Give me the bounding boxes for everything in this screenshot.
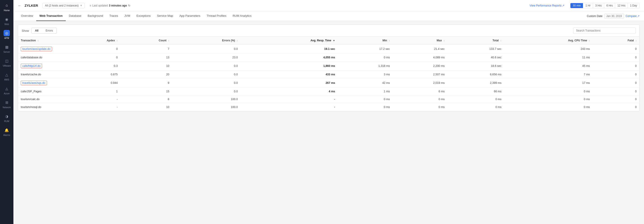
- sidebar-item-home[interactable]: ⌂ Home: [0, 0, 14, 14]
- tab-traces[interactable]: Traces: [106, 11, 121, 21]
- cell-max: 6 ms: [392, 88, 447, 96]
- custom-date-area: Custom Date Jan 30, 2019 Compare ↗: [587, 14, 640, 18]
- col-fatal[interactable]: Fatal ↕: [592, 37, 639, 44]
- table-header-row: Transaction ↕ Apdex ↕ Count ↕ Errors (: [18, 37, 639, 44]
- sidebar-item-label: Alarms: [3, 134, 10, 136]
- rum-icon: ◑: [5, 114, 8, 118]
- table-row: tourism/calc.do-8100.0-0 ms0 ms0 ms0 ms0: [18, 96, 639, 103]
- search-input[interactable]: [573, 28, 636, 34]
- sidebar-item-label: Network: [3, 106, 11, 109]
- compare-link[interactable]: Compare ↗: [626, 14, 640, 18]
- view-performance-reports-link[interactable]: View Performance Reports ↗: [530, 4, 564, 7]
- sidebar-item-aws[interactable]: △ AWS: [0, 69, 14, 83]
- col-transaction[interactable]: Transaction ↕: [18, 37, 67, 44]
- cell-avg_resp: 1,860 ms: [240, 62, 338, 71]
- sidebar-item-vmware[interactable]: ◫ VMware: [0, 56, 14, 69]
- col-min[interactable]: Min ↕: [338, 37, 392, 44]
- cell-avg_resp: 433 ms: [240, 71, 338, 78]
- instance-selector[interactable]: All (2 hosts and 2 instances) ▼: [42, 3, 85, 8]
- cell-errors: 0.0: [172, 71, 240, 78]
- tab-database[interactable]: Database: [66, 11, 84, 21]
- sidebar-item-azure[interactable]: ◬ Azure: [0, 83, 14, 97]
- transaction-name-cell[interactable]: cafe/JSP_Pages: [18, 88, 67, 96]
- transaction-name-cell[interactable]: tourism/calc.do: [18, 96, 67, 103]
- cell-errors: 0.0: [172, 62, 240, 71]
- web-icon: ◉: [5, 17, 8, 22]
- cell-max: 0 ms: [392, 103, 447, 111]
- col-count[interactable]: Count ↕: [120, 37, 172, 44]
- date-value[interactable]: Jan 30, 2019: [604, 14, 624, 18]
- cell-min: 0 ms: [338, 96, 392, 103]
- network-icon: ⊞: [5, 100, 8, 104]
- transaction-name-cell[interactable]: tourism/nosql.do: [18, 103, 67, 111]
- table-row: cafe/JSP_Pages1150.04 ms1 ms6 ms66 ms0 m…: [18, 88, 639, 96]
- sidebar-item-apm[interactable]: ◎ APM: [0, 28, 14, 42]
- last-updated: ≡ Last updated 3 minutes ago ↻: [90, 4, 130, 7]
- cell-apdex: 0: [67, 44, 120, 54]
- cell-min: 0 ms: [338, 103, 392, 111]
- server-icon: ▦: [5, 45, 8, 49]
- sidebar-item-alarms[interactable]: 🔔 Alarms: [0, 125, 14, 138]
- show-btn-group: All Errors: [31, 28, 57, 34]
- sidebar-item-label: RUM: [4, 120, 10, 122]
- tab-background[interactable]: Background: [84, 11, 106, 21]
- cell-apdex: 1: [67, 88, 120, 96]
- sidebar-item-network[interactable]: ⊞ Network: [0, 97, 14, 111]
- transaction-name-cell[interactable]: travels/aws/sqs.do: [18, 78, 67, 88]
- cell-avg_cpu: 0 ms: [504, 88, 592, 96]
- time-btn-12hrs[interactable]: 12 Hrs: [615, 3, 628, 8]
- cell-min: 42 ms: [338, 78, 392, 88]
- cell-min: 3 ms: [338, 71, 392, 78]
- sidebar-item-label: Home: [4, 9, 10, 12]
- sidebar-item-web[interactable]: ◉ Web: [0, 14, 14, 28]
- cell-max: 2,019 ms: [392, 78, 447, 88]
- time-btn-1hr[interactable]: 1 Hr: [583, 3, 593, 8]
- transaction-name-cell[interactable]: cafe/httpUrl.do: [18, 62, 67, 71]
- tab-jvm[interactable]: JVM: [121, 11, 133, 21]
- tab-rum-analytics[interactable]: RUM Analytics: [230, 11, 255, 21]
- transaction-name-cell[interactable]: tourism/aws/update.do: [18, 44, 67, 54]
- time-btn-3hrs[interactable]: 3 Hrs: [593, 3, 604, 8]
- tab-service-map[interactable]: Service Map: [154, 11, 176, 21]
- tab-web-transaction[interactable]: Web Transaction: [36, 11, 66, 21]
- cell-errors: 0.0: [172, 78, 240, 88]
- cell-avg_resp: -: [240, 103, 338, 111]
- cell-fatal: 0: [592, 88, 639, 96]
- transaction-name-cell[interactable]: cafe/database.do: [18, 54, 67, 62]
- cell-count: 7: [120, 44, 172, 54]
- sidebar-item-rum[interactable]: ◑ RUM: [0, 111, 14, 125]
- cell-max: 2,507 ms: [392, 71, 447, 78]
- cell-count: 13: [120, 54, 172, 62]
- tab-overview[interactable]: Overview: [18, 11, 36, 21]
- aws-icon: △: [5, 73, 8, 77]
- col-total[interactable]: Total ↕: [447, 37, 504, 44]
- back-button[interactable]: ←: [18, 4, 22, 8]
- show-bar: Show All Errors: [18, 25, 639, 37]
- transaction-name-cell[interactable]: travels/cache.do: [18, 71, 67, 78]
- transactions-panel: Show All Errors Transaction ↕: [18, 24, 640, 111]
- time-btn-1day[interactable]: 1 Day: [628, 3, 639, 8]
- sidebar-item-label: Web: [4, 23, 9, 26]
- tab-thread-profiles[interactable]: Thread Profiles: [204, 11, 230, 21]
- custom-date-label: Custom Date: [587, 14, 602, 18]
- time-btn-6hrs[interactable]: 6 Hrs: [604, 3, 616, 8]
- cell-min: 17.2 sec: [338, 44, 392, 54]
- tab-exceptions[interactable]: Exceptions: [133, 11, 154, 21]
- tab-app-parameters[interactable]: App Parameters: [176, 11, 204, 21]
- cell-avg_cpu: 11 ms: [504, 54, 592, 62]
- azure-icon: ◬: [5, 86, 8, 91]
- refresh-icon[interactable]: ↻: [128, 4, 130, 7]
- cell-apdex: -: [67, 103, 120, 111]
- col-errors[interactable]: Errors (%) ↕: [172, 37, 240, 44]
- col-apdex[interactable]: Apdex ↕: [67, 37, 120, 44]
- sort-total-icon: ↕: [500, 39, 502, 42]
- col-avg-resp[interactable]: Avg. Resp. Time ▼: [240, 37, 338, 44]
- col-max[interactable]: Max ↕: [392, 37, 447, 44]
- col-avg-cpu[interactable]: Avg. CPU Time ↕: [504, 37, 592, 44]
- show-all-button[interactable]: All: [32, 28, 42, 33]
- cell-count: 9: [120, 78, 172, 88]
- show-errors-button[interactable]: Errors: [42, 28, 56, 33]
- cell-apdex: 0.3: [67, 62, 120, 71]
- time-btn-30min[interactable]: 30 min: [570, 3, 583, 8]
- sidebar-item-server[interactable]: ▦ Server: [0, 42, 14, 56]
